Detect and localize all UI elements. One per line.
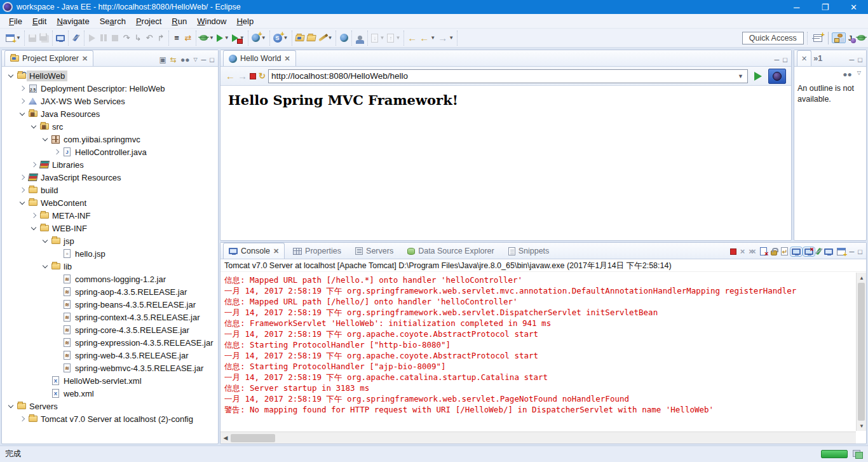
close-icon[interactable]: ✕: [82, 55, 88, 63]
tree-item-webcontent[interactable]: WebContent: [2, 196, 218, 209]
tree-item-deployment-descriptor-helloweb[interactable]: 2.5Deployment Descriptor: HelloWeb: [2, 82, 218, 95]
maximize-view-icon[interactable]: □: [858, 248, 862, 255]
minimize-view-icon[interactable]: ─: [201, 56, 207, 64]
tree-item-jsp[interactable]: jsp: [2, 234, 218, 247]
url-dropdown-icon[interactable]: ▼: [736, 73, 745, 79]
menu-project[interactable]: Project: [131, 15, 166, 28]
forward-icon[interactable]: →▼: [437, 31, 455, 45]
tree-item-libraries[interactable]: Libraries: [2, 158, 218, 171]
menu-run[interactable]: Run: [166, 15, 192, 28]
open-console-icon[interactable]: [837, 248, 846, 255]
view-menu-icon[interactable]: ●●: [180, 56, 190, 64]
tree-item-servers[interactable]: Servers: [2, 400, 218, 412]
tree-item-spring-web-4-3-5-release-jar[interactable]: ≋spring-web-4.3.5.RELEASE.jar: [2, 349, 218, 362]
console-horizontal-scrollbar[interactable]: ◀: [220, 431, 856, 444]
menu-file[interactable]: File: [4, 15, 27, 28]
terminate-icon[interactable]: [730, 248, 736, 255]
tree-item-javascript-resources[interactable]: JavaScript Resources: [2, 171, 218, 184]
tab-properties[interactable]: Properties: [287, 243, 347, 259]
expand-arrow-icon[interactable]: [29, 163, 39, 166]
tree-item-hello-jsp[interactable]: ≡hello.jsp: [2, 247, 218, 260]
chevron-down-icon[interactable]: ▽: [193, 57, 197, 62]
mark-occurrences-icon[interactable]: ▼: [317, 31, 334, 45]
maximize-button[interactable]: ❐: [811, 0, 839, 14]
expand-arrow-icon[interactable]: [17, 86, 27, 90]
new-wizard-icon[interactable]: ▼: [4, 31, 22, 45]
open-perspective-icon[interactable]: [811, 33, 825, 43]
show-stdout-icon[interactable]: [792, 248, 801, 255]
perspective-java-icon[interactable]: J: [846, 33, 855, 43]
step-filters-icon[interactable]: ⇄: [182, 31, 194, 45]
clear-console-icon[interactable]: [760, 247, 767, 255]
menu-edit[interactable]: Edit: [27, 15, 51, 28]
tree-item-spring-context-4-3-5-release-jar[interactable]: ≋spring-context-4.3.5.RELEASE.jar: [2, 311, 218, 323]
minimize-button[interactable]: ─: [782, 0, 811, 14]
expand-arrow-icon[interactable]: [29, 214, 39, 217]
console-log[interactable]: 信息: Mapped URL path [/hello.*] onto hand…: [220, 273, 856, 431]
collapse-arrow-icon[interactable]: [40, 266, 50, 268]
tree-item-helloweb[interactable]: ◠HelloWeb: [2, 69, 218, 82]
scrollbar-thumb[interactable]: [231, 434, 275, 442]
collapse-arrow-icon[interactable]: [6, 405, 16, 407]
tree-item-src[interactable]: ▦src: [2, 120, 218, 133]
remove-all-terminated-icon[interactable]: ×: [749, 247, 756, 256]
ws-explorer-icon[interactable]: [354, 31, 365, 45]
skip-breakpoints-icon[interactable]: ≡: [171, 31, 182, 45]
maximize-view-icon[interactable]: □: [210, 56, 214, 64]
show-stderr-icon[interactable]: [804, 248, 813, 255]
web-service-icon[interactable]: S▼: [272, 31, 290, 45]
scroll-down-icon[interactable]: ▼: [857, 421, 867, 431]
tab-snippets[interactable]: Snippets: [503, 243, 555, 259]
tree-item-helloweb-servlet-xml[interactable]: XHelloWeb-servlet.xml: [2, 374, 218, 387]
coverage-icon[interactable]: ▼: [231, 31, 246, 45]
tree-item-meta-inf[interactable]: META-INF: [2, 209, 218, 222]
display-console-icon[interactable]: [824, 248, 833, 255]
tree-item-web-xml[interactable]: Xweb.xml: [2, 387, 218, 400]
menu-window[interactable]: Window: [192, 15, 231, 28]
tree-item-build[interactable]: build: [2, 184, 218, 196]
collapse-arrow-icon[interactable]: [29, 126, 39, 128]
tab-console[interactable]: Console✕: [223, 243, 285, 259]
minimize-editor-icon[interactable]: ─: [775, 56, 780, 64]
expand-arrow-icon[interactable]: [17, 175, 27, 179]
view-menu-icon[interactable]: ●●: [843, 71, 852, 78]
collapse-arrow-icon[interactable]: [17, 202, 27, 204]
background-operations-icon[interactable]: [853, 450, 863, 458]
open-console-icon[interactable]: [55, 31, 66, 45]
tree-item-lib[interactable]: lib: [2, 260, 218, 273]
close-icon[interactable]: ✕: [273, 247, 279, 255]
tree-item-jax-ws-web-services[interactable]: JAX-WS Web Services: [2, 95, 218, 107]
perspective-javaee-icon[interactable]: [832, 32, 846, 43]
tree-item-java-resources[interactable]: ▦Java Resources: [2, 107, 218, 120]
scrollbar-thumb[interactable]: [858, 283, 865, 421]
tab-overflow[interactable]: »1: [811, 50, 824, 66]
browser-forward-icon[interactable]: →: [238, 71, 247, 81]
collapse-all-icon[interactable]: ▣: [159, 56, 166, 64]
expand-arrow-icon[interactable]: [17, 417, 27, 421]
tab-project-explorer[interactable]: Project Explorer ✕: [4, 50, 93, 66]
tree-item-spring-expression-4-3-5-release-jar[interactable]: ≋spring-expression-4.3.5.RELEASE.jar: [2, 336, 218, 349]
menu-search[interactable]: Search: [95, 15, 131, 28]
last-edit-location-icon[interactable]: ←: [406, 31, 418, 45]
expand-arrow-icon[interactable]: [51, 150, 62, 154]
scroll-up-icon[interactable]: ▲: [857, 273, 867, 283]
open-external-browser-button[interactable]: [768, 69, 786, 84]
pin-console-icon[interactable]: [815, 248, 822, 255]
scroll-left-icon[interactable]: ◀: [220, 435, 231, 441]
open-folder-icon[interactable]: [306, 31, 317, 45]
tree-item-spring-aop-4-3-5-release-jar[interactable]: ≋spring-aop-4.3.5.RELEASE.jar: [2, 285, 218, 298]
collapse-arrow-icon[interactable]: [29, 228, 39, 229]
tree-item-tomcat-v7-0-server-at-localhost-2-config[interactable]: Tomcat v7.0 Server at localhost (2)-conf…: [2, 412, 218, 425]
quick-access-box[interactable]: Quick Access: [742, 32, 804, 44]
debug-icon[interactable]: ▼: [198, 31, 215, 45]
expand-arrow-icon[interactable]: [17, 99, 27, 103]
menu-navigate[interactable]: Navigate: [51, 15, 94, 28]
url-input[interactable]: [271, 71, 736, 81]
collapse-arrow-icon[interactable]: [17, 113, 27, 115]
tree-item-web-inf[interactable]: WEB-INF: [2, 222, 218, 234]
expand-arrow-icon[interactable]: [17, 188, 27, 192]
web-browser-icon[interactable]: [338, 31, 349, 45]
tab-data-source-explorer[interactable]: Data Source Explorer: [402, 243, 500, 259]
browser-stop-icon[interactable]: [250, 73, 256, 79]
new-web-wizard-icon[interactable]: ▼: [250, 31, 268, 45]
